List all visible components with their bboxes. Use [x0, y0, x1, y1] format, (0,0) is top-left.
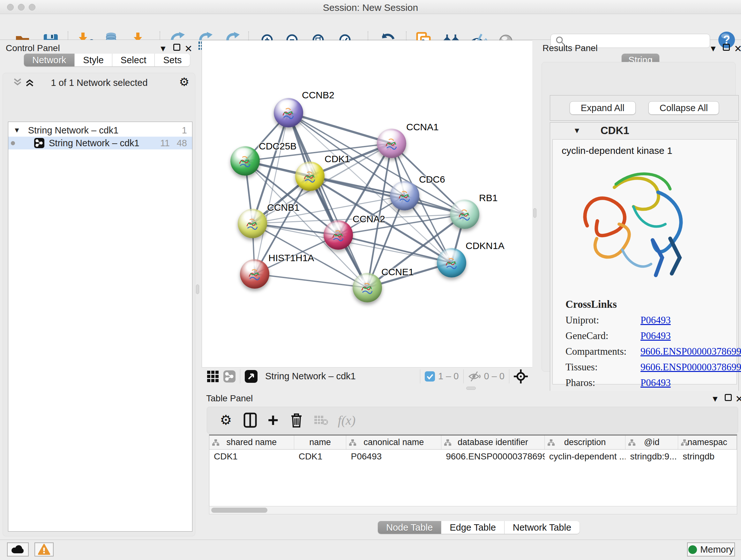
network-node-cdc6[interactable] — [390, 181, 419, 210]
float-panel-icon[interactable] — [173, 43, 180, 53]
panel-menu-icon[interactable]: ▼ — [159, 44, 167, 54]
fit-selected-crosshair-icon[interactable] — [514, 369, 528, 383]
table-row[interactable]: CDK1CDK1P064939606.ENSP00000378699cyclin… — [209, 449, 737, 463]
crosslink-genecard-link[interactable]: P06493 — [641, 330, 671, 341]
column-header-canonical-name[interactable]: canonical name — [346, 435, 441, 449]
table-float-icon[interactable] — [725, 393, 732, 403]
network-options-gear-icon[interactable]: ⚙ — [179, 76, 189, 88]
entry-expander-icon[interactable]: ▼ — [573, 126, 581, 135]
horizontal-splitter-handle[interactable] — [466, 387, 476, 390]
memory-label: Memory — [700, 544, 734, 555]
warning-button[interactable] — [35, 543, 54, 557]
gene-entry-header[interactable]: ▼ CDK1 — [550, 123, 738, 138]
network-node-label: CDC6 — [419, 174, 445, 185]
crosslink-label: Pharos: — [565, 377, 641, 388]
left-splitter-handle[interactable] — [196, 285, 199, 294]
table-cell[interactable]: stringdb:9... — [625, 449, 678, 463]
create-column-icon[interactable]: + — [268, 414, 279, 427]
current-network-dot — [11, 141, 15, 145]
network-node-ccnb2[interactable] — [274, 98, 303, 127]
tab-sets[interactable]: Sets — [155, 54, 190, 66]
results-float-icon[interactable] — [723, 43, 730, 53]
crosslink-pharos-link[interactable]: P06493 — [641, 377, 671, 388]
selected-checkbox-icon[interactable] — [425, 371, 435, 381]
close-panel-icon[interactable]: ✕ — [185, 43, 192, 54]
crosslinks-section: CrossLinks Uniprot:P06493 GeneCard:P0649… — [565, 299, 741, 388]
delete-column-trash-icon[interactable] — [290, 413, 303, 428]
network-node-ccne1[interactable] — [353, 273, 382, 302]
crosslinks-title: CrossLinks — [565, 299, 741, 310]
network-node-cdk1[interactable] — [295, 162, 325, 191]
network-edge[interactable] — [288, 113, 392, 143]
network-row-selected[interactable]: String Network – cdk1 11 48 — [8, 137, 192, 149]
column-header-namespac[interactable]: namespac — [678, 435, 737, 449]
crosslink-uniprot-link[interactable]: P06493 — [641, 314, 671, 326]
column-header-description[interactable]: description — [545, 435, 626, 449]
table-close-icon[interactable]: ✕ — [735, 393, 741, 405]
main-toolbar: ? — [0, 14, 741, 40]
column-display-icon[interactable] — [244, 413, 257, 428]
function-builder-icon[interactable]: f(x) — [338, 413, 356, 428]
control-panel: Control Panel ▼ ✕ Network Style Select S… — [0, 40, 199, 540]
table-h-scrollbar[interactable] — [209, 506, 737, 514]
network-canvas[interactable]: CCNB2CCNA1CDC25BCDK1CDC6RB1CCNB1CCNA2CDK… — [202, 40, 532, 367]
birdseye-view-icon[interactable] — [245, 370, 258, 383]
memory-button[interactable]: Memory — [687, 543, 735, 557]
table-cell[interactable]: stringdb — [678, 449, 737, 463]
cloud-icon — [11, 544, 25, 555]
network-tree: ▼ String Network – cdk1 1 String Network… — [8, 122, 192, 532]
column-header-shared-name[interactable]: shared name — [209, 435, 294, 449]
column-header-database-identifier[interactable]: database identifier — [441, 435, 545, 449]
network-edges-layer — [202, 41, 533, 368]
results-close-icon[interactable]: ✕ — [734, 43, 741, 54]
column-header--id[interactable]: @id — [625, 435, 678, 449]
cloud-button[interactable] — [7, 543, 29, 557]
memory-status-dot — [688, 545, 697, 554]
network-collection-row[interactable]: ▼ String Network – cdk1 1 — [8, 124, 192, 137]
network-edge[interactable] — [255, 113, 288, 274]
crosslink-label: Compartments: — [565, 346, 641, 357]
tab-network-table[interactable]: Network Table — [504, 521, 580, 534]
tab-style[interactable]: Style — [75, 54, 112, 66]
grid-view-icon[interactable] — [207, 370, 219, 382]
delete-table-icon[interactable] — [314, 415, 328, 426]
network-node-label: CCNA1 — [406, 122, 439, 132]
network-node-label: CCNE1 — [381, 266, 414, 277]
protein-structure-image — [575, 162, 709, 293]
warning-icon — [38, 544, 51, 555]
crosslink-label: Tissues: — [565, 361, 641, 373]
table-cell[interactable]: CDK1 — [294, 449, 347, 463]
network-node-hist1h1a[interactable] — [240, 259, 269, 289]
column-header-name[interactable]: name — [294, 435, 347, 449]
hidden-eye-icon[interactable] — [468, 371, 481, 382]
collapse-all-button[interactable]: Collapse All — [649, 101, 719, 115]
crosslink-tissues-link[interactable]: 9606.ENSP00000378699 — [641, 361, 741, 373]
network-edge[interactable] — [255, 274, 367, 288]
network-node-ccnb1[interactable] — [238, 209, 267, 238]
network-badge-gray-icon[interactable] — [223, 370, 235, 382]
network-view-statusbar: String Network – cdk1 1 – 0 0 – 0 — [202, 367, 532, 385]
tab-network[interactable]: Network — [24, 54, 75, 66]
table-tabs: Node Table Edge Table Network Table — [378, 521, 580, 534]
network-node-cdc25b[interactable] — [230, 146, 260, 176]
table-toolbar: ⚙ + f(x) — [207, 407, 738, 434]
scrollbar-thumb[interactable] — [211, 508, 267, 513]
network-node-cdkn1a[interactable] — [437, 248, 466, 277]
network-node-rb1[interactable] — [450, 199, 479, 229]
tab-edge-table[interactable]: Edge Table — [441, 521, 504, 534]
tab-node-table[interactable]: Node Table — [378, 521, 441, 534]
table-cell[interactable]: P06493 — [346, 449, 441, 463]
tab-select[interactable]: Select — [112, 54, 155, 66]
table-menu-icon[interactable]: ▼ — [711, 394, 719, 404]
table-cell[interactable]: cyclin-dependent ... — [545, 449, 626, 463]
expander-icon[interactable]: ▼ — [13, 126, 20, 134]
table-cell[interactable]: 9606.ENSP00000378699 — [441, 449, 545, 463]
table-cell[interactable]: CDK1 — [209, 449, 294, 463]
crosslink-compartments-link[interactable]: 9606.ENSP00000378699 — [641, 346, 741, 357]
results-menu-icon[interactable]: ▼ — [709, 44, 718, 54]
table-settings-gear-icon[interactable]: ⚙ — [220, 414, 232, 427]
network-node-ccna1[interactable] — [377, 129, 406, 158]
table-panel: Table Panel ▼ ✕ ⚙ + f(x) shared namename… — [202, 391, 741, 540]
network-node-ccna2[interactable] — [324, 220, 353, 250]
expand-all-button[interactable]: Expand All — [569, 101, 636, 115]
